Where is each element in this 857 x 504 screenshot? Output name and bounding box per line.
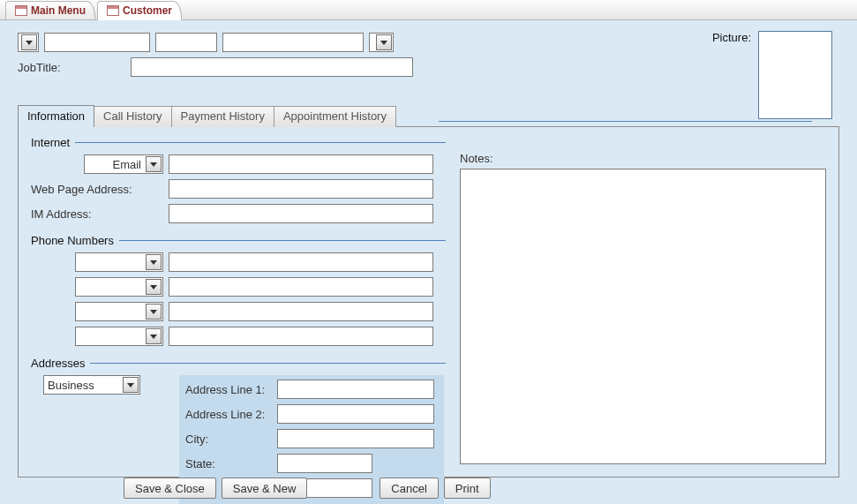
combo-value (76, 303, 145, 320)
addr1-label: Address Line 1: (185, 383, 272, 396)
form-action-row: Save & Close Save & New Cancel Print (0, 478, 857, 499)
tab-panel-information: Internet Email Web Page Address: (18, 126, 839, 478)
phone2-input[interactable] (169, 277, 433, 297)
picture-label: Picture: (712, 31, 751, 44)
email-input[interactable] (169, 154, 433, 174)
phone4-type-combo[interactable] (75, 327, 163, 346)
jobtitle-input[interactable] (131, 57, 413, 77)
save-close-button[interactable]: Save & Close (124, 478, 216, 499)
group-label: Phone Numbers (31, 234, 114, 247)
combo-value: Email (85, 155, 145, 173)
doc-tab-label: Customer (123, 4, 172, 17)
save-new-button[interactable]: Save & New (222, 478, 308, 499)
addr1-input[interactable] (277, 380, 434, 399)
document-tab-strip: Main Menu Customer (0, 0, 857, 20)
im-label: IM Address: (31, 207, 163, 221)
webpage-label: Web Page Address: (31, 183, 163, 196)
phone2-type-combo[interactable] (75, 277, 163, 297)
notes-area: Notes: (460, 152, 826, 464)
tab-payment-history[interactable]: Payment History (172, 106, 274, 127)
chevron-down-icon[interactable] (146, 328, 162, 344)
chevron-down-icon[interactable] (21, 34, 37, 50)
cancel-button[interactable]: Cancel (380, 478, 438, 499)
city-input[interactable] (277, 429, 434, 448)
webpage-input[interactable] (169, 179, 433, 199)
state-label: State: (185, 457, 272, 470)
detail-tab-strip: Information Call History Payment History… (18, 105, 839, 126)
middle-name-input[interactable] (155, 33, 217, 52)
doc-tab-label: Main Menu (31, 4, 86, 17)
prefix-combo[interactable] (18, 33, 39, 52)
tab-call-history[interactable]: Call History (94, 106, 171, 127)
addr2-label: Address Line 2: (185, 408, 272, 421)
im-input[interactable] (169, 204, 433, 223)
detail-tabs: Information Call History Payment History… (18, 105, 839, 478)
notes-textarea[interactable] (460, 169, 826, 464)
phone3-input[interactable] (169, 302, 433, 321)
combo-value: Business (44, 376, 122, 394)
phone1-input[interactable] (169, 252, 433, 272)
group-label: Addresses (31, 357, 85, 370)
form-icon (107, 5, 119, 16)
combo-value (76, 253, 145, 271)
group-internet: Internet Email Web Page Address: (31, 136, 446, 223)
phone4-input[interactable] (169, 327, 433, 346)
email-type-combo[interactable]: Email (84, 154, 163, 174)
chevron-down-icon[interactable] (376, 34, 392, 50)
chevron-down-icon[interactable] (146, 156, 162, 172)
form-canvas: JobTitle: Picture: Information Call Hist… (0, 20, 857, 504)
print-button[interactable]: Print (444, 478, 491, 499)
phone1-type-combo[interactable] (75, 252, 163, 272)
divider (75, 142, 446, 143)
state-input[interactable] (277, 454, 372, 473)
jobtitle-label: JobTitle: (18, 61, 124, 74)
phone3-type-combo[interactable] (75, 302, 163, 321)
form-icon (15, 5, 27, 16)
last-name-input[interactable] (222, 33, 364, 52)
combo-value (76, 327, 145, 345)
address-type-combo[interactable]: Business (43, 375, 140, 395)
first-name-input[interactable] (44, 33, 150, 52)
tab-appointment-history[interactable]: Appointment History (274, 106, 396, 127)
chevron-down-icon[interactable] (123, 377, 139, 393)
group-label: Internet (31, 136, 70, 149)
suffix-combo[interactable] (369, 33, 394, 52)
chevron-down-icon[interactable] (146, 279, 162, 295)
addr2-input[interactable] (277, 404, 434, 424)
divider (119, 240, 446, 241)
city-label: City: (185, 433, 272, 446)
group-phone: Phone Numbers (31, 234, 446, 346)
doc-tab-main-menu[interactable]: Main Menu (5, 1, 95, 19)
notes-label: Notes: (460, 152, 826, 165)
tab-information[interactable]: Information (18, 105, 94, 126)
combo-value (76, 278, 145, 296)
chevron-down-icon[interactable] (146, 254, 162, 270)
divider (90, 363, 446, 364)
chevron-down-icon[interactable] (146, 304, 162, 320)
doc-tab-customer[interactable]: Customer (97, 1, 182, 19)
